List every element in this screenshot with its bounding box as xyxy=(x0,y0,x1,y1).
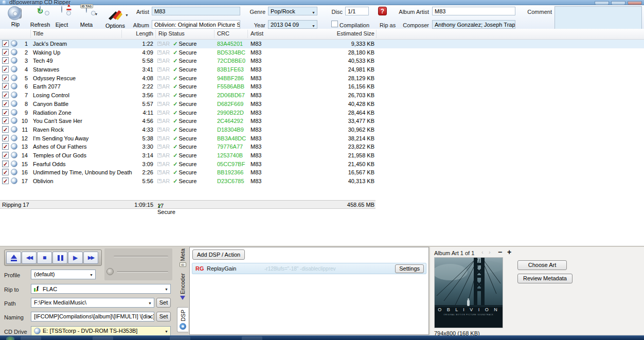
art-zoom-in-icon[interactable]: + xyxy=(507,248,511,256)
taskbar-item[interactable] xyxy=(242,336,262,340)
taskbar-item[interactable] xyxy=(93,336,113,340)
track-checkbox[interactable]: ✓ xyxy=(2,109,9,116)
dsp-settings-button[interactable]: Settings xyxy=(395,264,424,273)
rip-to-select[interactable]: fFLAC xyxy=(31,284,171,294)
track-checkbox[interactable]: ✓ xyxy=(2,40,9,47)
track-checkbox[interactable]: ✓ xyxy=(2,57,9,64)
track-row[interactable]: ✓ 2 Waking Up 4:09 AR✓Secure BD5334BC M8… xyxy=(0,48,644,57)
track-row[interactable]: ✓ 12 I'm Sending You Away 5:38 AR✓Secure… xyxy=(0,134,644,143)
track-size: 28,180 KB xyxy=(309,49,374,56)
windows-taskbar[interactable] xyxy=(0,335,644,340)
track-checkbox[interactable]: ✓ xyxy=(2,126,9,133)
art-next-icon[interactable]: › xyxy=(489,249,491,255)
artist-field[interactable]: M83 xyxy=(152,7,240,15)
tab-meta[interactable]: Meta ID xyxy=(177,248,188,267)
track-checkbox[interactable]: ✓ xyxy=(2,143,9,150)
track-row[interactable]: ✓ 13 Ashes of Our Fathers 3:30 AR✓Secure… xyxy=(0,142,644,151)
review-metadata-button[interactable]: Review Metadata xyxy=(517,274,573,283)
comment-field[interactable] xyxy=(554,6,642,30)
pause-button[interactable] xyxy=(52,252,67,264)
taskbar-item[interactable] xyxy=(21,336,41,340)
tab-encoder[interactable]: Encoder xyxy=(177,273,188,300)
naming-field[interactable]: [IFCOMP]Compilations\[album]\[IFMULTI] \… xyxy=(31,312,154,321)
track-row[interactable]: ✓ 7 Losing Control 3:56 AR✓Secure 2D06BD… xyxy=(0,91,644,100)
track-size: 21,958 KB xyxy=(309,152,374,158)
app-icon xyxy=(2,0,7,5)
dsp-item-name: ReplayGain xyxy=(207,265,236,272)
play-button[interactable]: ▶ xyxy=(68,252,83,264)
track-row[interactable]: ✓ 4 Starwaves 3:41 AR✓Secure 83B1FE63 M8… xyxy=(0,65,644,74)
track-checkbox[interactable]: ✓ xyxy=(2,75,9,81)
art-zoom-out-icon[interactable]: − xyxy=(498,248,502,256)
secure-check-icon: ✓ xyxy=(173,144,177,150)
track-checkbox[interactable]: ✓ xyxy=(2,169,9,175)
track-row[interactable]: ✓ 11 Raven Rock 4:33 AR✓Secure D18304B9 … xyxy=(0,126,644,134)
dsp-item-replaygain[interactable]: RG ReplayGain -r128lufs="-18" -disablecl… xyxy=(192,263,426,274)
column-header-estimated-size[interactable]: Estimated Size xyxy=(309,30,374,37)
stop-button[interactable]: ■ xyxy=(37,252,52,264)
track-row[interactable]: ✓ 10 You Can't Save Her 4:56 AR✓Secure 2… xyxy=(0,117,644,126)
volume-slider[interactable] xyxy=(117,271,168,273)
rip-button[interactable]: Rip xyxy=(4,6,27,27)
track-checkbox[interactable]: ✓ xyxy=(2,83,9,90)
track-row[interactable]: ✓ 17 Oblivion 5:56 AR✓Secure D23C6785 M8… xyxy=(0,177,644,186)
eject-player-button[interactable] xyxy=(6,252,21,264)
track-row[interactable]: ✓ 9 Radiation Zone 4:11 AR✓Secure 2990B2… xyxy=(0,109,644,117)
track-row[interactable]: ✓ 1 Jack's Dream 1:22 AR✓Secure 83A45201… xyxy=(0,40,644,48)
seek-slider[interactable] xyxy=(114,256,168,257)
add-dsp-button[interactable]: Add DSP / Action xyxy=(192,249,245,260)
column-header-title[interactable]: Title xyxy=(33,30,43,37)
accuraterip-icon xyxy=(157,170,162,174)
track-checkbox[interactable]: ✓ xyxy=(2,92,9,98)
track-number: 17 xyxy=(19,178,28,184)
track-row[interactable]: ✓ 16 Undimmed by Time, Unbound by Death … xyxy=(0,168,644,177)
track-checkbox[interactable]: ✓ xyxy=(2,66,9,73)
fast-forward-button[interactable]: ▶▶ xyxy=(83,252,98,264)
album-field[interactable]: Oblivion: Original Motion Picture S xyxy=(152,20,240,29)
taskbar-item[interactable] xyxy=(170,336,190,340)
track-checkbox[interactable]: ✓ xyxy=(2,135,9,141)
track-row[interactable]: ✓ 8 Canyon Battle 5:57 AR✓Secure D682F66… xyxy=(0,100,644,109)
genre-select[interactable]: Pop/Rock xyxy=(268,7,317,15)
rewind-button[interactable]: ◀◀ xyxy=(22,252,37,264)
track-row[interactable]: ✓ 15 Fearful Odds 3:09 AR✓Secure 05CC97B… xyxy=(0,160,644,169)
window-close-button[interactable] xyxy=(628,1,642,5)
disc-field[interactable]: 1/1 xyxy=(345,7,369,15)
track-checkbox[interactable]: ✓ xyxy=(2,100,9,107)
art-prev-icon[interactable]: ‹ xyxy=(481,249,484,255)
meta-dropdown-icon[interactable]: ▼ xyxy=(95,12,98,16)
track-row[interactable]: ✓ 3 Tech 49 5:58 AR✓Secure 72CD8BE0 M83 … xyxy=(0,57,644,65)
album-art-image[interactable]: O B L I V I O N ORIGINAL MOTION PICTURE … xyxy=(434,257,503,328)
track-row[interactable]: ✓ 5 Odyssey Rescue 4:08 AR✓Secure 94BBF2… xyxy=(0,74,644,83)
column-header-crc[interactable]: CRC xyxy=(217,30,229,37)
cd-drive-select[interactable]: E: [TSSTcorp - DVD-ROM TS-H353B] xyxy=(31,326,171,336)
compilation-checkbox[interactable] xyxy=(331,21,338,27)
track-rip-status: AR✓Secure xyxy=(157,75,196,82)
track-checkbox[interactable]: ✓ xyxy=(2,152,9,158)
album-artist-field[interactable]: M83 xyxy=(432,7,515,15)
help-button[interactable]: ? xyxy=(378,7,387,15)
column-header-artist[interactable]: Artist xyxy=(251,30,263,37)
composer-field[interactable]: Anthony Gonzalez; Joseph Trapa xyxy=(432,20,515,29)
tab-dsp[interactable]: DSP xyxy=(177,307,188,332)
naming-set-button[interactable]: Set xyxy=(156,312,171,321)
year-select[interactable]: 2013 04 09 xyxy=(268,20,317,29)
meta-button[interactable]: ID TAG ▼ Meta xyxy=(73,6,100,28)
track-row[interactable]: ✓ 6 Earth 2077 2:22 AR✓Secure F5586ABB M… xyxy=(0,82,644,91)
column-header-length[interactable]: Length xyxy=(123,30,153,37)
path-set-button[interactable]: Set xyxy=(156,298,171,308)
window-maximize-button[interactable] xyxy=(611,1,625,5)
eject-button[interactable]: ▲▬ Eject xyxy=(51,6,72,28)
choose-art-button[interactable]: Choose Art xyxy=(517,260,567,270)
column-header-rip-status[interactable]: Rip Status xyxy=(158,30,185,37)
start-orb-icon[interactable] xyxy=(6,336,14,340)
profile-select[interactable]: (default) xyxy=(31,270,96,279)
window-minimize-button[interactable] xyxy=(595,1,609,5)
refresh-button[interactable]: ↻ Refresh xyxy=(28,6,52,28)
track-checkbox[interactable]: ✓ xyxy=(2,117,9,124)
track-row[interactable]: ✓ 14 Temples of Our Gods 3:14 AR✓Secure … xyxy=(0,151,644,160)
track-checkbox[interactable]: ✓ xyxy=(2,160,9,167)
path-select[interactable]: F:\Plex Media\Music\ xyxy=(31,298,154,308)
track-checkbox[interactable]: ✓ xyxy=(2,177,9,184)
track-checkbox[interactable]: ✓ xyxy=(2,49,9,56)
